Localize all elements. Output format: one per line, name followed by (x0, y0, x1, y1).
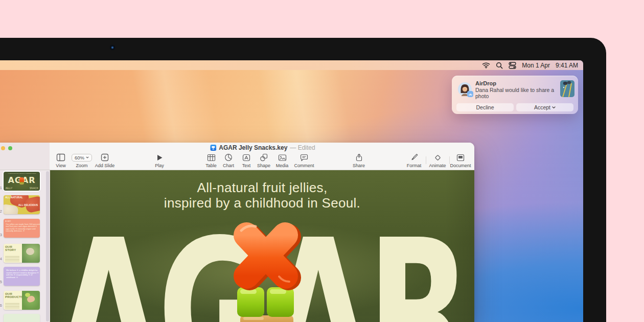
slide-thumbnail-4[interactable]: OUR STORY (4, 244, 40, 263)
toolbar-share-button[interactable]: Share (343, 153, 374, 168)
notification-message: Dana Rahal would like to share a photo (475, 87, 556, 99)
jelly-stack-graphic (230, 219, 302, 322)
control-center-icon[interactable] (509, 62, 516, 69)
slide-thumbnail-3[interactable]: AGAR Our jellies are made from 100 perce… (4, 219, 40, 238)
keynote-window: AGAR Jelly Snacks.key — Edited View 60% (0, 143, 474, 322)
accept-button[interactable]: Accept (516, 103, 573, 111)
zoom-window-button[interactable] (8, 146, 12, 150)
webcam (110, 45, 115, 50)
sender-avatar (458, 82, 472, 96)
minimize-button[interactable] (1, 146, 5, 150)
slide-number: 2 (0, 209, 2, 214)
add-slide-icon (89, 153, 120, 162)
slide-number: 3 (0, 233, 2, 237)
search-icon[interactable] (496, 62, 503, 69)
slide-thumbnail-6[interactable]: OUR PRODUCTS (4, 291, 40, 310)
slide-thumbnail-2[interactable]: ALL NATURAL ALL DELICIOUS (4, 195, 40, 214)
slide-thumbnail-7[interactable] (4, 314, 40, 322)
notification-text: AirDrop Dana Rahal would like to share a… (475, 80, 556, 99)
slide-canvas[interactable]: All-natural fruit jellies, inspired by a… (50, 170, 474, 322)
slide-number: 6 (0, 303, 2, 308)
shared-photo-thumbnail (560, 80, 574, 97)
notification-title: AirDrop (475, 80, 556, 87)
menu-bar-clock[interactable]: 9:41 AM (556, 62, 578, 69)
share-icon (343, 153, 374, 162)
jelly-graphic (19, 177, 24, 185)
traffic-lights (0, 146, 12, 150)
wifi-icon[interactable] (482, 62, 490, 68)
marketing-canvas: Mon 1 Apr 9:41 AM (0, 0, 644, 322)
slide-number: 5 (0, 280, 2, 284)
chevron-down-icon (552, 106, 556, 109)
window-edited-state: — Edited (290, 144, 315, 151)
window-body: 1 2 3 4 5 6 All-natural fruit jellies, i… (0, 170, 474, 322)
slide-navigator: 1 2 3 4 5 6 All-natural fruit jellies, i… (0, 170, 50, 322)
toolbar-play-button[interactable]: Play (144, 153, 175, 168)
slide-number: 1 (0, 186, 2, 190)
zoom-level-pill[interactable]: 60% (72, 154, 92, 162)
slide-thumbnail-5[interactable]: We believe ✳ a childlike delight for swe… (4, 267, 40, 286)
slide-number: 4 (0, 257, 2, 261)
toolbar-add-slide-button[interactable]: Add Slide (89, 153, 120, 168)
slide-thumbnail-1[interactable]: All-natural fruit jellies, inspired by a… (4, 172, 40, 191)
window-title-group: AGAR Jelly Snacks.key — Edited (210, 144, 315, 151)
toolbar-document-button[interactable]: Document (445, 153, 476, 168)
airdrop-notification[interactable]: AirDrop Dana Rahal would like to share a… (452, 76, 578, 114)
menu-bar: Mon 1 Apr 9:41 AM (0, 60, 583, 70)
menu-bar-date[interactable]: Mon 1 Apr (522, 62, 550, 69)
toolbar-comment-button[interactable]: Comment (289, 153, 319, 168)
screen: Mon 1 Apr 9:41 AM (0, 60, 583, 322)
airdrop-badge-icon (467, 91, 473, 97)
keynote-app-icon (210, 145, 216, 151)
thumbnail-photo (22, 244, 40, 263)
navigator-scrollbar[interactable] (46, 171, 49, 321)
play-icon (144, 153, 175, 162)
comment-icon (289, 153, 319, 162)
window-title: AGAR Jelly Snacks.key (219, 144, 287, 151)
chevron-down-icon (86, 156, 89, 158)
document-icon (445, 153, 476, 162)
window-header: AGAR Jelly Snacks.key — Edited View 60% (0, 143, 474, 170)
thumbnail-photo (22, 291, 40, 310)
decline-button[interactable]: Decline (456, 103, 514, 111)
